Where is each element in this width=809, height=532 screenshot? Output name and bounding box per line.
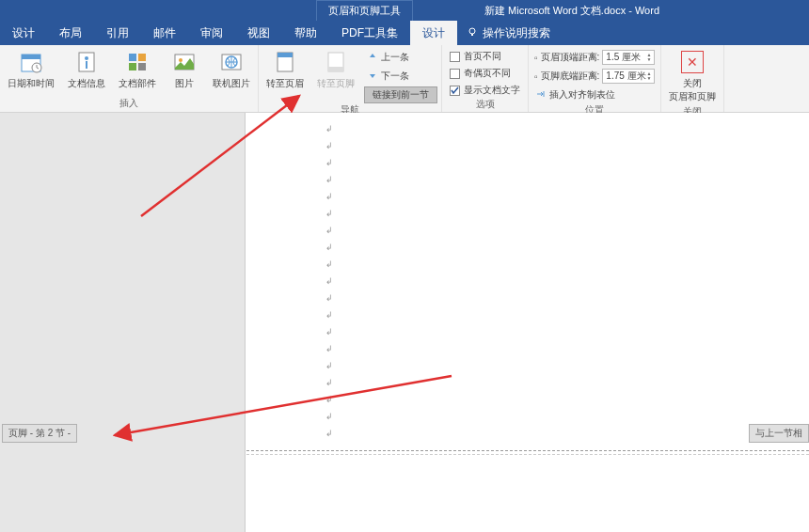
tab-layout[interactable]: 布局 [47, 21, 94, 45]
picture-icon [171, 49, 198, 75]
next-button[interactable]: 下一条 [364, 68, 437, 85]
tab-review[interactable]: 审阅 [188, 21, 235, 45]
close-label-1: 关闭 [683, 77, 702, 90]
doc-info-icon [73, 49, 100, 75]
goto-header-label: 转至页眉 [266, 77, 304, 90]
online-pic-icon [218, 49, 245, 75]
calendar-icon [18, 49, 44, 75]
insert-align-tab-button[interactable]: 插入对齐制表位 [532, 86, 657, 103]
online-picture-button[interactable]: 联机图片 [209, 47, 254, 92]
first-page-different-checkbox[interactable]: 首页不同 [446, 49, 524, 64]
tab-help[interactable]: 帮助 [282, 21, 329, 45]
close-label-2: 页眉和页脚 [669, 90, 716, 103]
odd-even-different-checkbox[interactable]: 奇偶页不同 [446, 66, 524, 81]
link-to-previous-button[interactable]: 链接到前一节 [364, 86, 437, 103]
svg-rect-11 [138, 63, 146, 70]
spinner-arrows-icon: ▲▼ [646, 71, 651, 81]
tab-icon [536, 89, 546, 101]
next-label: 下一条 [381, 70, 409, 83]
svg-rect-19 [328, 67, 343, 71]
show-doc-label: 显示文档文字 [464, 84, 520, 97]
footer-link-tag: 与上一节相 [749, 424, 809, 443]
prev-button[interactable]: 上一条 [364, 49, 437, 66]
footer-bottom-distance[interactable]: ▫ 页脚底端距离: 1.75 厘米 ▲▼ [532, 68, 657, 85]
footer-boundary [246, 450, 809, 451]
date-time-button[interactable]: 日期和时间 [4, 47, 58, 92]
paragraph-marks [325, 120, 333, 442]
align-tab-label: 插入对齐制表位 [549, 88, 615, 102]
doc-parts-button[interactable]: 文档部件 [115, 47, 160, 92]
doc-parts-label: 文档部件 [119, 77, 156, 90]
group-navigation: 转至页眉 转至页脚 上一条 下一条 [259, 45, 442, 112]
tab-references[interactable]: 引用 [94, 21, 141, 45]
close-header-footer-button[interactable]: ✕ 关闭 页眉和页脚 [665, 47, 720, 105]
tab-mail[interactable]: 邮件 [141, 21, 188, 45]
svg-point-6 [85, 56, 88, 60]
group-insert-label: 插入 [119, 97, 138, 112]
tab-pdf-tools[interactable]: PDF工具集 [329, 21, 410, 45]
title-bar: 页眉和页脚工具 新建 Microsoft Word 文档.docx - Word [0, 0, 809, 21]
header-top-value: 1.5 厘米 [606, 51, 641, 64]
footer-bottom-value: 1.75 厘米 [606, 70, 645, 83]
doc-parts-icon [124, 49, 151, 75]
spinner-arrows-icon: ▲▼ [646, 53, 651, 62]
close-icon: ✕ [679, 49, 706, 75]
checkbox-icon [450, 69, 460, 79]
ruler-icon: ▫ [534, 53, 538, 63]
checkbox-icon [450, 52, 460, 62]
goto-footer-label: 转至页脚 [317, 77, 355, 90]
tab-view[interactable]: 视图 [235, 21, 282, 45]
down-arrow-icon [368, 70, 377, 82]
show-doc-text-checkbox[interactable]: 显示文档文字 [446, 83, 524, 98]
online-pic-label: 联机图片 [213, 77, 250, 90]
ruler-icon: ▫ [534, 71, 538, 82]
document-title: 新建 Microsoft Word 文档.docx - Word [484, 4, 659, 18]
group-close: ✕ 关闭 页眉和页脚 关闭 [661, 45, 724, 112]
odd-even-label: 奇偶页不同 [464, 67, 511, 80]
goto-header-button[interactable]: 转至页眉 [262, 47, 308, 92]
tab-design[interactable]: 设计 [0, 21, 47, 45]
svg-point-13 [179, 58, 182, 62]
footer-bottom-label: 页脚底端距离: [541, 70, 600, 83]
picture-label: 图片 [175, 77, 194, 90]
document-page[interactable] [245, 113, 809, 532]
svg-point-0 [469, 28, 475, 34]
ribbon: 日期和时间 文档信息 文档部件 图片 [0, 45, 809, 113]
svg-rect-17 [278, 53, 293, 57]
context-tab-title: 页眉和页脚工具 [316, 0, 413, 21]
link-prev-label: 链接到前一节 [373, 88, 429, 102]
date-time-label: 日期和时间 [8, 77, 55, 90]
tab-context-design[interactable]: 设计 [410, 21, 457, 45]
svg-rect-10 [129, 63, 136, 70]
footer-bottom-spinner[interactable]: 1.75 厘米 ▲▼ [602, 69, 655, 84]
up-arrow-icon [368, 52, 377, 63]
group-options: 首页不同 奇偶页不同 显示文档文字 选项 [442, 45, 529, 112]
svg-rect-3 [22, 55, 40, 59]
document-area: 页脚 - 第 2 节 - 与上一节相 [0, 113, 809, 532]
group-position: ▫ 页眉顶端距离: 1.5 厘米 ▲▼ ▫ 页脚底端距离: 1.75 厘米 ▲▼ [529, 45, 661, 112]
tell-me-label: 操作说明搜索 [483, 25, 550, 41]
goto-header-icon [272, 49, 298, 75]
ribbon-tabs: 设计 布局 引用 邮件 审阅 视图 帮助 PDF工具集 设计 操作说明搜索 [0, 21, 809, 45]
svg-rect-7 [86, 61, 87, 69]
group-insert: 日期和时间 文档信息 文档部件 图片 [0, 45, 259, 112]
header-top-distance[interactable]: ▫ 页眉顶端距离: 1.5 厘米 ▲▼ [532, 49, 657, 66]
doc-margin [0, 113, 245, 532]
goto-footer-icon [323, 49, 349, 75]
group-options-label: 选项 [476, 98, 495, 113]
first-diff-label: 首页不同 [464, 50, 501, 63]
picture-button[interactable]: 图片 [166, 47, 203, 92]
footer-boundary2 [246, 454, 809, 455]
checkbox-checked-icon [450, 86, 460, 96]
lightbulb-icon [467, 26, 478, 40]
svg-rect-1 [471, 34, 473, 36]
goto-footer-button[interactable]: 转至页脚 [313, 47, 358, 92]
doc-info-button[interactable]: 文档信息 [64, 47, 109, 92]
tell-me-search[interactable]: 操作说明搜索 [457, 21, 560, 45]
header-top-spinner[interactable]: 1.5 厘米 ▲▼ [602, 50, 655, 65]
prev-label: 上一条 [381, 51, 409, 64]
svg-rect-8 [129, 54, 136, 61]
doc-info-label: 文档信息 [68, 77, 105, 90]
footer-section-tag: 页脚 - 第 2 节 - [2, 424, 77, 443]
svg-rect-9 [138, 54, 146, 61]
